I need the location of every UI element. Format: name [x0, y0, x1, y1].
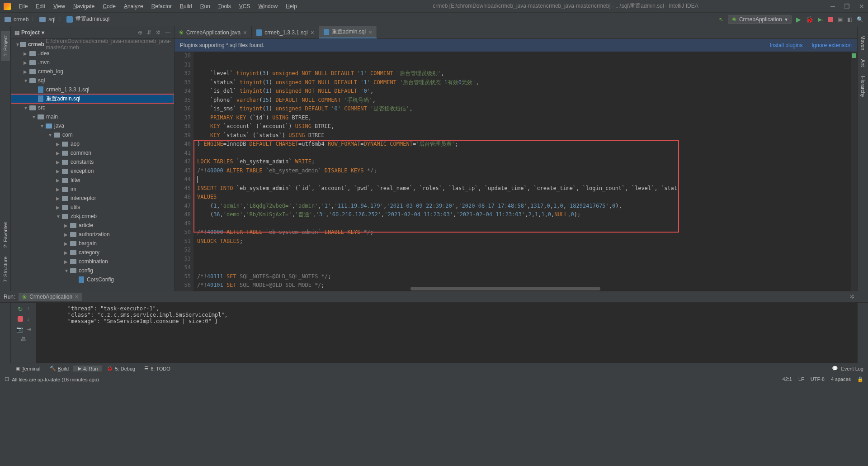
bottom-tab[interactable]: 🐞5: Debug — [102, 366, 140, 371]
search-icon[interactable]: 🔍 — [857, 16, 863, 23]
gear-icon[interactable]: ✲ — [850, 294, 854, 300]
code-content[interactable]: `level` tinyint(3) unsigned NOT NULL DEF… — [193, 52, 851, 291]
close-icon[interactable]: × — [311, 29, 314, 36]
menu-tools[interactable]: Tools — [215, 2, 235, 10]
minimize-icon[interactable]: ─ — [830, 3, 835, 10]
tree-item[interactable]: ▶bargain — [11, 239, 174, 248]
tree-item[interactable]: CorsConfig — [11, 275, 174, 284]
editor-tab[interactable]: crmeb_1.3.3.1.sql× — [252, 26, 319, 38]
file-encoding[interactable]: UTF-8 — [811, 376, 825, 382]
menu-help[interactable]: Help — [282, 2, 301, 10]
tree-item[interactable]: ▼com — [11, 130, 174, 139]
camera-icon[interactable]: 📷 — [16, 326, 23, 333]
cursor-position[interactable]: 42:1 — [783, 376, 792, 382]
menu-file[interactable]: File — [15, 2, 31, 10]
menu-navigate[interactable]: Navigate — [70, 2, 98, 10]
horizontal-scrollbar[interactable] — [410, 287, 600, 290]
install-plugins-link[interactable]: Install plugins — [770, 42, 803, 48]
indent-setting[interactable]: 4 spaces — [831, 376, 851, 382]
menu-build[interactable]: Build — [176, 2, 196, 10]
tree-item[interactable]: ▶authorization — [11, 230, 174, 239]
menu-analyze[interactable]: Analyze — [120, 2, 147, 10]
breadcrumb-file[interactable]: 重置admin.sql — [75, 15, 109, 23]
tree-item[interactable]: ▼config — [11, 266, 174, 275]
structure-tool-tab[interactable]: 7: Structure — [1, 252, 10, 287]
bottom-tab[interactable]: ▶4: Run — [73, 366, 102, 371]
hide-icon[interactable]: — — [859, 294, 864, 300]
event-log-button[interactable]: Event Log — [841, 366, 863, 371]
menu-window[interactable]: Window — [255, 2, 281, 10]
rerun-icon[interactable]: ↻ — [18, 305, 23, 313]
ignore-extension-link[interactable]: Ignore extension — [811, 42, 852, 48]
tree-item[interactable]: ▶category — [11, 248, 174, 257]
maven-tool-tab[interactable]: Maven — [859, 31, 868, 55]
toolbar-icon[interactable]: ◧ — [847, 16, 852, 23]
hammer-icon[interactable]: ↖ — [719, 16, 723, 23]
project-tree[interactable]: ▼ crmeb E:\chromDownload\crmeb_java-mast… — [11, 39, 174, 291]
run-icon[interactable]: ▶ — [796, 16, 801, 23]
tree-item[interactable]: ▶article — [11, 221, 174, 230]
tree-item[interactable]: ▶exception — [11, 166, 174, 176]
tree-item[interactable]: ▶interceptor — [11, 194, 174, 203]
tree-item[interactable]: ▶filter — [11, 176, 174, 185]
hide-icon[interactable]: — — [165, 29, 170, 36]
tree-item[interactable]: crmeb_1.3.3.1.sql — [11, 85, 174, 94]
tree-item[interactable]: ▼zbkj.crmeb — [11, 212, 174, 221]
breadcrumb-project[interactable]: crmeb — [14, 16, 28, 23]
menu-run[interactable]: Run — [197, 2, 214, 10]
tree-item[interactable]: ▶.mvn — [11, 58, 174, 67]
run-tab[interactable]: ❀ CrmebApplication × — [19, 293, 82, 301]
tree-item[interactable]: ▶common — [11, 148, 174, 157]
menu-refactor[interactable]: Refactor — [148, 2, 175, 10]
bottom-tab[interactable]: 🔨Build — [45, 366, 73, 371]
bottom-tab[interactable]: ▣Terminal — [11, 366, 45, 371]
bottom-tab[interactable]: ☰6: TODO — [140, 366, 175, 371]
wrap-icon[interactable]: ⇥ — [27, 326, 31, 333]
tree-item[interactable]: 重置admin.sql — [11, 94, 174, 103]
run-configuration-select[interactable]: ❀ CrmebApplication ▾ — [728, 15, 792, 24]
editor-tab[interactable]: 重置admin.sql× — [319, 26, 377, 38]
maximize-icon[interactable]: ❐ — [844, 3, 850, 10]
project-tool-tab[interactable]: 1: Project — [1, 31, 10, 61]
tree-item[interactable]: ▼main — [11, 112, 174, 121]
close-icon[interactable]: × — [368, 29, 372, 36]
breadcrumb-folder[interactable]: sql — [48, 16, 55, 23]
favorites-tool-tab[interactable]: 2: Favorites — [1, 217, 10, 252]
target-icon[interactable]: ⊕ — [138, 29, 142, 36]
print-icon[interactable]: 🖶 — [21, 336, 26, 342]
sidebar-tab[interactable]: ▤ Project ▾ — [14, 29, 44, 36]
tree-item[interactable]: ▼src — [11, 103, 174, 112]
lock-icon[interactable]: 🔒 — [857, 376, 863, 382]
gear-icon[interactable]: ✲ — [156, 29, 160, 36]
coverage-icon[interactable]: ▶. — [818, 16, 823, 23]
menu-edit[interactable]: Edit — [32, 2, 49, 10]
tree-item[interactable]: ▼sql — [11, 76, 174, 85]
tree-item[interactable]: ▼java — [11, 121, 174, 130]
code-area[interactable]: 3031323334353637383940414243444546474849… — [175, 52, 857, 291]
ant-tool-tab[interactable]: Ant — [859, 55, 868, 71]
run-console[interactable]: "thread": "task-executor-1", "class": "c… — [36, 303, 857, 363]
toolbar-icon[interactable]: ▣ — [838, 16, 843, 23]
menu-vcs[interactable]: VCS — [236, 2, 254, 10]
down-icon[interactable]: ↓ — [27, 316, 29, 323]
line-separator[interactable]: LF — [798, 376, 804, 382]
close-icon[interactable]: × — [243, 29, 247, 36]
menu-view[interactable]: View — [50, 2, 69, 10]
menu-code[interactable]: Code — [99, 2, 119, 10]
tree-item[interactable]: ▶utils — [11, 203, 174, 212]
hierarchy-tool-tab[interactable]: Hierarchy — [859, 71, 868, 102]
tree-item[interactable]: ▶im — [11, 185, 174, 194]
collapse-icon[interactable]: ⇵ — [147, 29, 151, 36]
stop-icon[interactable] — [18, 316, 23, 322]
error-stripe[interactable] — [851, 52, 857, 291]
stop-icon[interactable] — [828, 17, 833, 22]
tree-item[interactable]: ▶combination — [11, 257, 174, 266]
tree-item[interactable]: ▶crmeb_log — [11, 67, 174, 76]
up-icon[interactable]: ↑ — [27, 305, 29, 313]
tree-root[interactable]: ▼ crmeb E:\chromDownload\crmeb_java-mast… — [11, 40, 174, 49]
close-icon[interactable]: ✕ — [859, 3, 864, 10]
debug-icon[interactable]: 🐞 — [806, 16, 813, 23]
tree-item[interactable]: ▶constants — [11, 157, 174, 166]
tree-item[interactable]: ▶aop — [11, 139, 174, 148]
editor-tab[interactable]: ❀CrmebApplication.java× — [175, 26, 252, 38]
